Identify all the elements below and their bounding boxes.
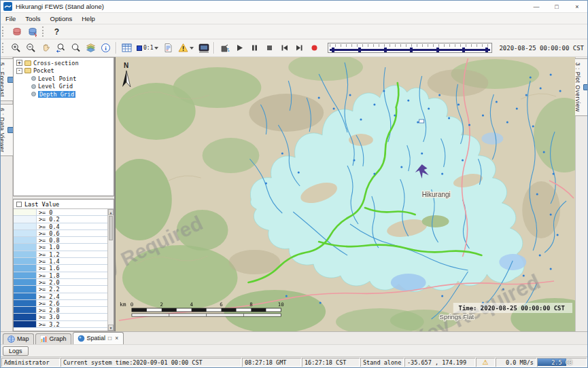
legend-swatch xyxy=(14,286,37,292)
logs-row: Logs xyxy=(1,344,587,356)
scroll-up-icon[interactable]: ▲ xyxy=(108,209,114,215)
tree-row-level-point[interactable]: Level Point xyxy=(14,75,114,83)
tab-spatial[interactable]: Spatial □ × xyxy=(73,332,124,344)
tree-row-cross-section[interactable]: + Cross-section xyxy=(14,59,114,67)
map-canvas[interactable]: API Key Required API Key Required N km 0… xyxy=(116,57,575,331)
skip-start-button[interactable] xyxy=(277,41,292,55)
logs-button[interactable]: Logs xyxy=(3,346,29,356)
menu-help[interactable]: Help xyxy=(77,15,100,22)
menu-options[interactable]: Options xyxy=(46,15,77,22)
title-bar: Hikurangi FEWS (Stand alone) — □ × xyxy=(1,1,587,13)
pause-button[interactable] xyxy=(247,41,262,55)
legend-row[interactable]: >= 2.0 xyxy=(14,279,107,286)
menu-tools[interactable]: Tools xyxy=(20,15,45,22)
legend-row[interactable]: >= 2.8 xyxy=(14,307,107,314)
movie-player-icon[interactable] xyxy=(196,41,211,55)
scroll-track[interactable] xyxy=(108,241,114,325)
legend-row[interactable]: >= 0.4 xyxy=(14,223,107,230)
legend-row[interactable]: >= 1.0 xyxy=(14,244,107,251)
legend-swatch xyxy=(14,272,37,278)
legend-swatch xyxy=(14,279,37,285)
tree-label-selected[interactable]: Depth Grid xyxy=(38,91,75,98)
tree-row-depth-grid[interactable]: Depth Grid xyxy=(14,90,114,98)
toolbar-grip[interactable] xyxy=(42,26,46,37)
grid-display-icon[interactable] xyxy=(120,41,134,55)
database-red-icon[interactable] xyxy=(10,24,24,39)
status-transfer-rate: 0.0 MB/s xyxy=(496,358,536,367)
stop-button[interactable] xyxy=(262,41,277,55)
scroll-down-icon[interactable]: ▼ xyxy=(108,325,114,331)
help-icon[interactable]: ? xyxy=(50,24,64,39)
legend-row[interactable]: >= 2.6 xyxy=(14,300,107,307)
legend-row[interactable]: >= 0.6 xyxy=(14,230,107,237)
legend-row[interactable]: >= 0.2 xyxy=(14,216,107,223)
tab-plot-overview[interactable]: 3 : Plot Overview xyxy=(573,58,588,116)
animation-export-icon[interactable] xyxy=(218,41,232,55)
legend-row[interactable]: >= 1.6 xyxy=(14,265,107,272)
folder-icon xyxy=(24,68,31,73)
tree-row-level-grid[interactable]: Level Grid xyxy=(14,83,114,91)
maximize-button[interactable]: □ xyxy=(547,1,567,12)
status-warning-icon[interactable]: ⚠ xyxy=(476,358,495,367)
legend-row[interactable]: >= 1.8 xyxy=(14,272,107,279)
close-button[interactable]: × xyxy=(567,1,587,12)
warnings-dropdown[interactable] xyxy=(176,41,196,55)
skip-end-button[interactable] xyxy=(292,41,307,55)
legend-swatch xyxy=(14,244,37,250)
legend-row[interactable]: >= 0 xyxy=(14,209,107,216)
frame-counter-dropdown[interactable]: 0:1 xyxy=(135,41,160,55)
legend-row[interactable]: >= 2.2 xyxy=(14,286,107,293)
panel-close-icon[interactable]: × xyxy=(114,335,119,342)
record-button[interactable] xyxy=(307,41,322,55)
tree-label[interactable]: Pocket xyxy=(33,67,54,74)
legend-label: >= 0.8 xyxy=(37,237,107,243)
zoom-previous-icon[interactable] xyxy=(54,41,68,55)
timeline-marker[interactable] xyxy=(410,48,413,52)
main-area: 5 : Forecast 6 : Data Viewer + Cross-sec… xyxy=(1,57,587,331)
zoom-in-icon[interactable] xyxy=(9,41,23,55)
tree-label[interactable]: Level Point xyxy=(38,75,76,82)
expand-icon[interactable]: + xyxy=(16,60,22,66)
panel-maximize-icon[interactable]: □ xyxy=(107,335,112,342)
zoom-extent-icon[interactable] xyxy=(69,41,83,55)
legend-row[interactable]: >= 1.4 xyxy=(14,258,107,265)
legend-swatch xyxy=(14,321,37,327)
timeline-marker[interactable] xyxy=(358,48,361,52)
tree-row-pocket[interactable]: - Pocket xyxy=(14,67,114,75)
database-blue-icon[interactable] xyxy=(25,24,39,39)
scale-tick: 6 xyxy=(220,301,223,308)
timeline-marker[interactable] xyxy=(462,48,465,52)
tree-label[interactable]: Level Grid xyxy=(38,83,73,90)
tab-map[interactable]: Map xyxy=(3,333,34,344)
toolbar-grip[interactable] xyxy=(2,26,6,37)
timeline-marker[interactable] xyxy=(436,48,439,52)
tree-label[interactable]: Cross-section xyxy=(33,60,79,67)
legend-row[interactable]: >= 3.0 xyxy=(14,314,107,320)
timeline-marker[interactable] xyxy=(384,48,387,52)
legend-row[interactable]: >= 1.2 xyxy=(14,251,107,258)
play-button[interactable] xyxy=(232,41,247,55)
menu-file[interactable]: File xyxy=(1,15,20,22)
timeline-marker[interactable] xyxy=(332,48,334,52)
legend-scrollbar[interactable]: ▲ ▼ xyxy=(107,209,114,331)
timeline-marker[interactable] xyxy=(485,48,488,52)
collapse-icon[interactable]: - xyxy=(16,68,22,74)
minimize-button[interactable]: — xyxy=(526,1,547,12)
tab-plot-overview-label: 3 : Plot Overview xyxy=(574,62,581,112)
zoom-out-icon[interactable] xyxy=(24,41,38,55)
pan-hand-icon[interactable] xyxy=(39,41,53,55)
legend-label: >= 1.0 xyxy=(37,244,107,250)
toolbar-grip[interactable] xyxy=(2,43,6,53)
spatial-icon xyxy=(77,335,85,342)
last-value-checkbox[interactable] xyxy=(16,202,22,207)
timeseries-document-icon[interactable] xyxy=(161,41,175,55)
tab-graph[interactable]: Graph xyxy=(35,333,71,344)
info-icon[interactable]: i xyxy=(99,41,113,55)
legend-row[interactable]: >= 0.8 xyxy=(14,237,107,244)
timeline-slider[interactable] xyxy=(328,43,492,53)
legend-row[interactable]: >= 2.4 xyxy=(14,293,107,300)
globe-icon xyxy=(7,335,15,343)
layers-icon[interactable] xyxy=(84,41,98,55)
legend-row[interactable]: >= 3.2 xyxy=(14,321,107,328)
scroll-thumb[interactable] xyxy=(109,216,113,240)
